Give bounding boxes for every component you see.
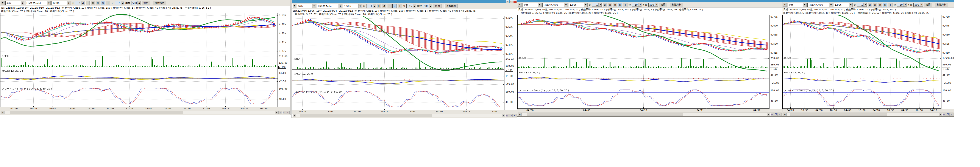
period-button-0[interactable]: 日: [85, 1, 90, 5]
symbol-select[interactable]: 日経225mini▼: [807, 3, 833, 7]
multi-symbol-button[interactable]: 複数銘柄: [935, 3, 948, 7]
bar-count-stepper[interactable]: 500◢: [648, 3, 658, 7]
apply-button[interactable]: 適用: [924, 3, 932, 7]
bar-count-stepper[interactable]: 500◢: [913, 3, 923, 7]
window-close-button[interactable]: ✕: [286, 111, 290, 114]
period-button-1[interactable]: 週: [873, 3, 877, 7]
window-maximize-button[interactable]: ❐: [509, 114, 512, 117]
scroll-track[interactable]: [4, 111, 275, 114]
minimize-button[interactable]: ─: [506, 0, 509, 3]
panel-menu-button[interactable]: ▼: [1, 1, 5, 5]
period-button-2[interactable]: 月: [613, 3, 617, 7]
window-restore-button[interactable]: ▤: [770, 113, 774, 116]
price-chart-canvas[interactable]: [0, 13, 278, 107]
window-title-bar[interactable]: [783, 0, 954, 2]
multi-symbol-button[interactable]: 複数銘柄: [444, 4, 458, 8]
bar-interval-stepper[interactable]: 1◢: [592, 3, 601, 7]
scroll-left-button[interactable]: ◀: [293, 114, 296, 117]
period-button-0[interactable]: 日: [867, 3, 872, 7]
scroll-thumb[interactable]: [790, 113, 887, 116]
stepper-icon[interactable]: ◢: [638, 3, 641, 6]
minute-stepper[interactable]: 30◢: [632, 3, 641, 7]
window-title-bar[interactable]: [517, 0, 782, 2]
window-maximize-button[interactable]: ❐: [946, 113, 950, 116]
window-maximize-button[interactable]: ❐: [282, 111, 286, 114]
window-maximize-button[interactable]: ❐: [774, 113, 778, 116]
panel-menu-button[interactable]: ▼: [518, 3, 522, 7]
contract-select[interactable]: 12/06▼: [343, 4, 362, 8]
chart-scrollbar[interactable]: ◀▶▤❐✕: [1, 111, 290, 114]
symbol-select[interactable]: 日経225mini▼: [25, 1, 51, 5]
window-restore-button[interactable]: ▤: [278, 111, 282, 114]
scroll-left-button[interactable]: ◀: [518, 113, 522, 116]
period-button-4[interactable]: T: [398, 4, 402, 8]
minute-stepper[interactable]: 5◢: [115, 1, 124, 5]
panel-menu-button[interactable]: ▼: [783, 3, 787, 7]
stepper-icon[interactable]: ◢: [864, 3, 867, 6]
window-close-button[interactable]: ✕: [512, 114, 516, 117]
scroll-left-button[interactable]: ◀: [1, 111, 4, 114]
stepper-icon[interactable]: ◢: [903, 3, 906, 6]
stepper-icon[interactable]: ◢: [429, 4, 432, 8]
price-chart-canvas[interactable]: [783, 15, 942, 109]
scroll-right-button[interactable]: ▶: [767, 113, 770, 116]
period-button-2[interactable]: 月: [878, 3, 882, 7]
window-restore-button[interactable]: ▤: [505, 114, 509, 117]
period-button-4[interactable]: T: [623, 3, 627, 7]
window-title-bar[interactable]: ─□✕: [292, 0, 517, 3]
bar-count-stepper[interactable]: 500◢: [423, 4, 432, 8]
period-button-0[interactable]: 日: [377, 4, 381, 8]
scroll-right-button[interactable]: ▶: [502, 114, 505, 117]
period-button-4[interactable]: T: [106, 1, 110, 5]
chart-scrollbar[interactable]: ◀▶▤❐✕: [292, 114, 517, 117]
period-button-2[interactable]: 月: [387, 4, 391, 8]
chart-scrollbar[interactable]: ◀▶▤❐✕: [518, 113, 781, 116]
bar-count-stepper[interactable]: 500◢: [131, 1, 141, 5]
price-chart-canvas[interactable]: [517, 15, 770, 109]
period-button-3[interactable]: 分: [883, 3, 887, 7]
apply-button[interactable]: 適用: [433, 4, 442, 8]
period-button-3[interactable]: 分: [392, 4, 397, 8]
category-select[interactable]: 先物▼: [5, 1, 24, 5]
minute-stepper[interactable]: 60◢: [897, 3, 907, 7]
bar-interval-stepper[interactable]: 1◢: [857, 3, 867, 7]
scroll-right-button[interactable]: ▶: [939, 113, 942, 116]
contract-select[interactable]: 12/06▼: [51, 1, 70, 5]
stepper-icon[interactable]: ◢: [137, 1, 140, 5]
period-button-3[interactable]: 分: [618, 3, 622, 7]
stepper-icon[interactable]: ◢: [655, 3, 658, 6]
category-select[interactable]: 先物▼: [523, 3, 541, 7]
period-button-4[interactable]: T: [888, 3, 892, 7]
multi-symbol-button[interactable]: 複数銘柄: [153, 1, 166, 5]
price-chart-canvas[interactable]: [292, 16, 504, 110]
bar-interval-stepper[interactable]: 1◢: [75, 1, 84, 5]
stepper-icon[interactable]: ◢: [920, 3, 923, 6]
scroll-thumb[interactable]: [10, 111, 183, 114]
window-close-button[interactable]: ✕: [778, 113, 781, 116]
contract-select[interactable]: 12/06▼: [569, 3, 588, 7]
period-button-1[interactable]: 週: [608, 3, 612, 7]
bar-interval-stepper[interactable]: 1◢: [366, 4, 376, 8]
symbol-select[interactable]: 日経225mini▼: [317, 4, 342, 8]
stepper-icon[interactable]: ◢: [121, 1, 124, 5]
period-button-2[interactable]: 月: [95, 1, 100, 5]
stepper-icon[interactable]: ◢: [373, 4, 376, 8]
symbol-select[interactable]: 日経225mini▼: [542, 3, 568, 7]
apply-button[interactable]: 適用: [659, 3, 667, 7]
scroll-track[interactable]: [522, 113, 767, 116]
period-button-1[interactable]: 週: [91, 1, 95, 5]
chart-scrollbar[interactable]: ◀▶▤❐✕: [783, 113, 953, 116]
category-select[interactable]: 先物▼: [297, 4, 316, 8]
scroll-left-button[interactable]: ◀: [783, 113, 786, 116]
multi-symbol-button[interactable]: 複数銘柄: [670, 3, 683, 7]
minute-stepper[interactable]: 15◢: [406, 4, 416, 8]
scroll-thumb[interactable]: [300, 114, 432, 117]
contract-select[interactable]: 12/06▼: [834, 3, 853, 7]
scroll-right-button[interactable]: ▶: [275, 111, 278, 114]
stepper-icon[interactable]: ◢: [81, 1, 84, 5]
panel-menu-button[interactable]: ▼: [293, 4, 296, 8]
period-button-3[interactable]: 分: [101, 1, 105, 5]
close-button[interactable]: ✕: [513, 0, 517, 3]
window-restore-button[interactable]: ▤: [942, 113, 946, 116]
stepper-icon[interactable]: ◢: [598, 3, 601, 6]
